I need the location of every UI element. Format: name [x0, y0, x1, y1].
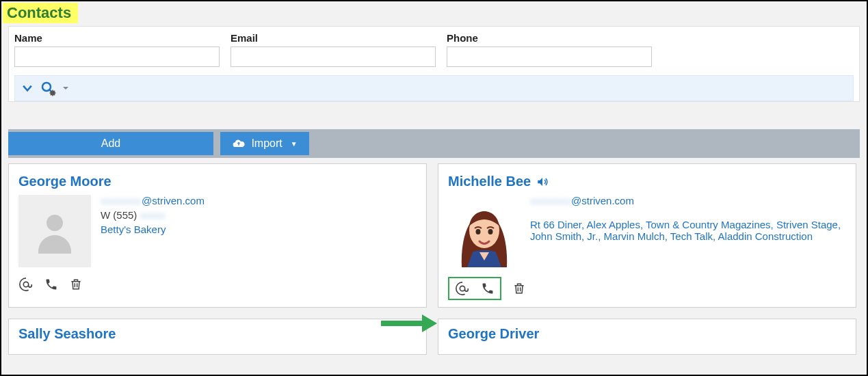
- contact-name-link[interactable]: George Moore: [18, 174, 111, 189]
- delete-icon[interactable]: [69, 278, 83, 291]
- phone-icon[interactable]: [481, 281, 495, 296]
- contact-card: George Driver: [438, 319, 856, 355]
- contact-email[interactable]: xxxxxxxx@striven.com: [530, 195, 845, 206]
- contact-card: George Moore xxxxxxxx@striven.com W (555…: [8, 163, 427, 308]
- import-button[interactable]: Import ▼: [220, 132, 309, 155]
- contact-orgs[interactable]: Betty's Bakery: [101, 224, 205, 235]
- dropdown-caret-icon[interactable]: [62, 84, 70, 92]
- contact-name-link[interactable]: George Driver: [448, 326, 539, 342]
- search-settings-icon[interactable]: [40, 80, 56, 96]
- delete-icon[interactable]: [512, 282, 526, 295]
- at-icon[interactable]: [18, 277, 34, 292]
- phone-label: Phone: [447, 32, 652, 44]
- avatar-placeholder: [18, 195, 91, 267]
- cloud-upload-icon: [232, 137, 246, 150]
- expand-icon[interactable]: [21, 81, 34, 95]
- contact-orgs[interactable]: Rt 66 Diner, Alex Apples, Town & Country…: [530, 219, 845, 242]
- add-button[interactable]: Add: [8, 132, 213, 155]
- email-label: Email: [231, 32, 436, 44]
- name-label: Name: [14, 32, 220, 44]
- page-title: Contacts: [3, 3, 78, 23]
- search-toolbar: [14, 75, 854, 101]
- phone-icon[interactable]: [44, 278, 58, 291]
- contact-phone: W (555) xxxxx: [101, 209, 205, 221]
- highlighted-actions: [448, 277, 501, 300]
- svg-point-10: [476, 229, 481, 234]
- contact-name-link[interactable]: Michelle Bee: [448, 174, 531, 189]
- email-input[interactable]: [231, 46, 436, 67]
- avatar-image: [448, 195, 521, 267]
- contact-card: Sally Seashore: [8, 319, 427, 355]
- search-panel: Name Email Phone: [8, 26, 860, 102]
- speaker-icon[interactable]: [536, 176, 549, 188]
- contact-card: Michelle Bee: [438, 163, 856, 308]
- action-strip: Add Import ▼: [8, 129, 860, 158]
- caret-down-icon: ▼: [291, 140, 298, 148]
- contact-name-link[interactable]: Sally Seashore: [18, 326, 116, 342]
- annotation-arrow: [381, 314, 443, 332]
- at-icon[interactable]: [455, 281, 470, 296]
- svg-point-7: [47, 215, 63, 231]
- contact-email[interactable]: xxxxxxxx@striven.com: [101, 195, 205, 206]
- name-input[interactable]: [14, 46, 220, 67]
- svg-point-11: [488, 229, 493, 234]
- phone-input[interactable]: [447, 46, 652, 67]
